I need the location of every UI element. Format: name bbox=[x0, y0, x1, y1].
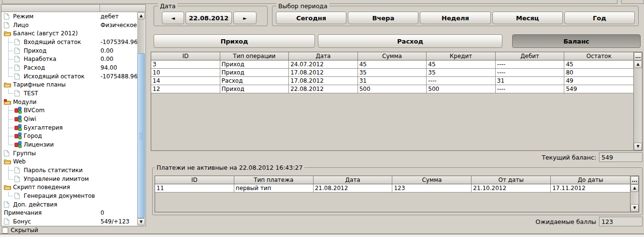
scrollbar-track[interactable] bbox=[137, 19, 145, 218]
column-header[interactable]: Тип платежа bbox=[234, 176, 314, 184]
document-icon bbox=[4, 22, 13, 29]
column-header[interactable]: Дебит bbox=[496, 52, 565, 60]
date-button[interactable]: 22.08.2012 bbox=[186, 12, 232, 24]
column-header[interactable]: Сумма bbox=[392, 176, 472, 184]
tree-connector bbox=[4, 132, 14, 140]
column-header[interactable]: Дата bbox=[289, 52, 358, 60]
scroll-down-button[interactable]: ▼ bbox=[630, 204, 639, 212]
tab-приход[interactable]: Приход bbox=[154, 34, 315, 48]
table-more-button[interactable]: ... bbox=[634, 52, 642, 60]
tree-header bbox=[1, 5, 145, 12]
column-header[interactable]: Сумма bbox=[358, 52, 427, 60]
column-header[interactable]: Остаток bbox=[564, 52, 633, 60]
previous-date-button[interactable]: ◄ bbox=[162, 12, 184, 24]
next-date-button[interactable]: ► bbox=[233, 12, 257, 24]
period-button-неделя[interactable]: Неделя bbox=[420, 12, 490, 24]
tree-item[interactable]: Примечания0 bbox=[1, 208, 137, 217]
tree-item[interactable]: Управление лимитом bbox=[1, 175, 137, 183]
inactive-payments-table: IDТип платежаДатаСуммаОт датыДо даты11пе… bbox=[155, 176, 639, 212]
column-header[interactable]: ID bbox=[151, 52, 220, 60]
table-header-row: IDТип операцииДатаСуммаКредитДебитОстато… bbox=[151, 52, 633, 60]
scroll-down-button[interactable]: ▼ bbox=[137, 218, 145, 225]
module-icon bbox=[14, 107, 24, 114]
table-more-button[interactable]: ... bbox=[630, 176, 639, 184]
table-header-row: IDТип платежаДатаСуммаОт датыДо даты bbox=[155, 176, 630, 184]
tree-item[interactable]: Лицензии bbox=[1, 140, 137, 149]
column-header[interactable]: Тип операции bbox=[220, 52, 289, 60]
tree-header-cell[interactable] bbox=[100, 5, 145, 12]
sidebar-scrollbar[interactable]: ▲ ▼ bbox=[137, 12, 145, 225]
tree-item[interactable]: Скрипт поведения bbox=[1, 183, 137, 192]
tree-item[interactable]: Баланс (август 2012) bbox=[1, 29, 137, 38]
cell: 123 bbox=[392, 184, 472, 193]
tree-item[interactable]: BVCom bbox=[1, 106, 137, 115]
tree-item[interactable]: Пароль статистики bbox=[1, 166, 137, 175]
cell: 14 bbox=[151, 77, 220, 85]
tree-connector bbox=[4, 175, 14, 183]
operation-row[interactable]: 14Расход17.08.201231----3149 bbox=[151, 77, 633, 85]
column-header[interactable]: Кредит bbox=[427, 52, 496, 60]
tree-item[interactable]: ЛицоФизическое bbox=[1, 21, 137, 30]
period-button-вчера[interactable]: Вчера bbox=[348, 12, 418, 24]
tree-item[interactable]: Входящий остаток-1075394.96 bbox=[1, 38, 137, 46]
tree-connector bbox=[4, 115, 14, 123]
cell: 500 bbox=[427, 85, 496, 93]
scroll-up-button[interactable]: ▲ bbox=[137, 12, 145, 19]
scrollbar-track[interactable] bbox=[630, 192, 639, 204]
hidden-checkbox-row[interactable]: Скрытый bbox=[2, 227, 38, 234]
folder-icon bbox=[4, 82, 13, 88]
table-scrollbar[interactable]: ...▲▼ bbox=[633, 52, 642, 150]
tab-баланс[interactable]: Баланс bbox=[512, 34, 641, 48]
tree-item[interactable]: Приход0.00 bbox=[1, 46, 137, 55]
tree-header-cell[interactable] bbox=[1, 5, 100, 12]
column-header[interactable]: До даты bbox=[551, 176, 630, 184]
cell: 45 bbox=[427, 60, 496, 69]
tree-item[interactable]: Доп. действия bbox=[1, 200, 137, 209]
tree-item[interactable]: Web bbox=[1, 157, 137, 166]
tree-item-label: Баланс (август 2012) bbox=[13, 30, 78, 37]
tree-item[interactable]: Тарифные планы bbox=[1, 80, 137, 89]
period-button-месяц[interactable]: Месяц bbox=[492, 12, 563, 24]
scrollbar-track[interactable] bbox=[634, 68, 642, 143]
tree-item[interactable]: Группы bbox=[1, 149, 137, 158]
tree-item[interactable]: Модули bbox=[1, 98, 137, 106]
scroll-up-button[interactable]: ▲ bbox=[630, 184, 639, 192]
module-icon bbox=[14, 133, 24, 139]
cell: 17.11.2012 bbox=[551, 184, 630, 193]
tree-item[interactable]: Исходящий остаток-1075488.96 bbox=[1, 72, 137, 81]
cell: 3 bbox=[151, 60, 220, 69]
tree-item[interactable]: Расход94.00 bbox=[1, 63, 137, 72]
tree-item[interactable]: Режимдебет bbox=[1, 12, 137, 21]
main-table-grid: IDТип операцииДатаСуммаКредитДебитОстато… bbox=[151, 52, 633, 150]
tree-item[interactable]: Бонус549/+123 bbox=[1, 217, 137, 226]
period-button-год[interactable]: Год bbox=[564, 12, 635, 24]
hidden-checkbox[interactable] bbox=[2, 227, 8, 234]
cell: ---- bbox=[496, 69, 565, 77]
tree-item-label: Генерация документов bbox=[24, 193, 95, 199]
tree-item[interactable]: Генерация документов bbox=[1, 192, 137, 200]
table-scrollbar[interactable]: ...▲▼ bbox=[630, 176, 639, 212]
tree-item[interactable]: Бухгалтерия bbox=[1, 123, 137, 132]
payment-row[interactable]: 11первый тип21.08.201212321.10.201217.11… bbox=[155, 184, 630, 193]
column-header[interactable]: ID bbox=[155, 176, 234, 184]
tab-расход[interactable]: Расход bbox=[318, 34, 502, 48]
tree-item-value: -1075488.96 bbox=[100, 73, 137, 80]
document-icon bbox=[14, 193, 24, 199]
operation-row[interactable]: 10Приход17.08.20123535----80 bbox=[151, 69, 633, 77]
document-icon bbox=[14, 176, 24, 182]
tree-item[interactable]: Город bbox=[1, 132, 137, 140]
period-button-сегодня[interactable]: Сегодня bbox=[276, 12, 346, 24]
scroll-down-button[interactable]: ▼ bbox=[634, 143, 642, 150]
cell: 45 bbox=[358, 60, 427, 69]
scroll-up-button[interactable]: ▲ bbox=[634, 60, 642, 68]
module-icon bbox=[14, 124, 24, 131]
operation-row[interactable]: 12Приход22.08.2012500500----549 bbox=[151, 85, 633, 93]
tree-item[interactable]: TEST bbox=[1, 89, 137, 98]
operation-row[interactable]: 3Приход24.07.20124545----45 bbox=[151, 60, 633, 69]
scrollbar-thumb[interactable] bbox=[137, 53, 145, 218]
tree-item[interactable]: Наработка0.00 bbox=[1, 55, 137, 63]
column-header[interactable]: От даты bbox=[472, 176, 551, 184]
tree-item[interactable]: Qiwi bbox=[1, 115, 137, 123]
column-header[interactable]: Дата bbox=[314, 176, 393, 184]
cell: 31 bbox=[496, 77, 565, 85]
